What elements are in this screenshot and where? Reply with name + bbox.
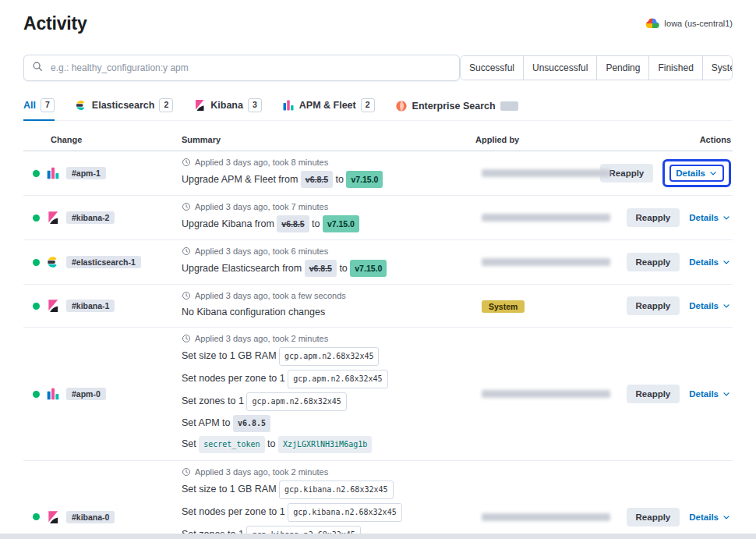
summary-cell: Applied 3 days ago, took 7 minutesUpgrad… — [175, 196, 475, 239]
tab-bar: All7Elasticsearch2Kibana3APM & Fleet2Ent… — [23, 98, 733, 121]
chevron-down-icon — [722, 301, 731, 310]
filter-label: System — [712, 62, 733, 73]
tab-all[interactable]: All7 — [23, 98, 55, 121]
code-badge: XzjLGXRlNH3iM6ag1b — [278, 436, 372, 453]
highlight-annotation: Details — [662, 159, 731, 187]
applied-by-cell — [475, 214, 635, 222]
filter-unsuccessful[interactable]: Unsuccessful — [523, 56, 596, 80]
old-version-badge: v6.8.5 — [305, 260, 337, 277]
redacted-user — [482, 390, 610, 398]
apm-icon — [282, 99, 295, 112]
version-badge: v6.8.5 — [233, 415, 270, 432]
clock-icon — [182, 158, 191, 167]
change-cell: #apm-0 — [23, 387, 175, 401]
change-id-badge: #kibana-2 — [66, 211, 115, 224]
reapply-button[interactable]: Reapply — [627, 385, 680, 403]
filter-successful[interactable]: Successful — [461, 56, 523, 80]
tab-kibana[interactable]: Kibana3 — [193, 98, 262, 121]
change-cell: #kibana-1 — [23, 299, 175, 313]
status-dot — [33, 303, 40, 310]
reapply-button[interactable]: Reapply — [627, 296, 680, 315]
config-value-badge: gcp.kibana.n2.68x32x45 — [279, 480, 393, 499]
filter-system[interactable]: System — [702, 56, 733, 80]
actions-cell: ReapplyDetails — [635, 296, 733, 315]
details-button[interactable]: Details — [669, 165, 724, 182]
summary-cell: Applied 3 days ago, took 8 minutesUpgrad… — [175, 151, 475, 195]
change-cell: #kibana-0 — [23, 510, 175, 524]
details-button[interactable]: Details — [689, 301, 731, 310]
search-input[interactable] — [49, 62, 451, 74]
details-label: Details — [689, 389, 719, 399]
change-id-badge: #apm-0 — [66, 388, 106, 400]
applied-by-cell — [475, 258, 635, 266]
summary-cell: Applied 3 days ago, took 2 minutesSet si… — [175, 328, 475, 460]
filter-group: SuccessfulUnsuccessfulPendingFinishedSys… — [460, 55, 733, 80]
page-title: Activity — [23, 12, 87, 34]
change-cell: #apm-1 — [23, 166, 175, 180]
summary-text: Set — [182, 438, 199, 449]
applied-meta-text: Applied 3 days ago, took 7 minutes — [195, 202, 328, 211]
filter-pending[interactable]: Pending — [596, 56, 648, 80]
tab-label: Elasticsearch — [92, 100, 155, 111]
chevron-down-icon — [722, 213, 731, 222]
summary-text: Upgrade Elasticsearch from — [182, 263, 305, 274]
chevron-down-icon — [722, 257, 731, 267]
config-value-badge: gcp.apm.n2.68x32x45 — [246, 392, 346, 411]
reapply-button[interactable]: Reapply — [627, 208, 680, 227]
applied-meta-text: Applied 3 days ago, took a few seconds — [195, 291, 346, 300]
applied-by-cell — [475, 513, 635, 521]
summary-line: Upgrade APM & Fleet from v6.8.5 to v7.15… — [182, 171, 475, 188]
details-button[interactable]: Details — [689, 213, 731, 222]
reapply-button[interactable]: Reapply — [627, 508, 680, 527]
old-version-badge: v6.8.5 — [277, 215, 309, 232]
kibana-icon — [46, 299, 60, 313]
column-header-change: Change — [23, 135, 175, 144]
clock-icon — [182, 202, 191, 211]
summary-line: No Kibana configuration changes — [182, 304, 475, 320]
filter-finished[interactable]: Finished — [648, 56, 701, 80]
summary-text: to — [265, 438, 278, 449]
summary-line: Set APM to v6.8.5 — [182, 415, 475, 432]
column-header-summary: Summary — [175, 135, 475, 144]
old-version-badge: v6.8.5 — [301, 171, 333, 188]
filter-label: Pending — [606, 62, 640, 73]
details-button[interactable]: Details — [689, 389, 731, 399]
summary-line: Set secret_token to XzjLGXRlNH3iM6ag1b — [182, 436, 475, 453]
applied-meta-text: Applied 3 days ago, took 8 minutes — [195, 158, 328, 167]
filter-label: Finished — [658, 62, 693, 73]
details-button[interactable]: Details — [689, 512, 731, 522]
summary-line: Set nodes per zone to 1 gcp.kibana.n2.68… — [182, 503, 475, 522]
tab-count-placeholder — [500, 101, 518, 111]
chevron-down-icon — [708, 168, 718, 178]
tab-label: APM & Fleet — [299, 100, 356, 111]
tab-enterprise-search[interactable]: Enterprise Search — [395, 100, 518, 121]
tab-apm-fleet[interactable]: APM & Fleet2 — [282, 98, 375, 121]
details-label: Details — [689, 512, 719, 522]
tab-elasticsearch[interactable]: Elasticsearch2 — [75, 98, 173, 121]
kibana-icon — [46, 211, 60, 225]
tab-label: Kibana — [210, 100, 243, 111]
tab-count-badge: 3 — [248, 98, 262, 112]
new-version-badge: v7.15.0 — [323, 215, 359, 232]
change-id-badge: #elasticsearch-1 — [66, 256, 141, 268]
actions-cell: ReapplyDetails — [635, 508, 733, 527]
redacted-user — [482, 513, 610, 521]
details-button[interactable]: Details — [689, 257, 731, 267]
table-header: Change Summary Applied by Actions — [23, 129, 733, 151]
summary-line: Upgrade Elasticsearch from v6.8.5 to v7.… — [182, 260, 475, 277]
status-dot — [33, 513, 40, 520]
applied-meta: Applied 3 days ago, took 8 minutes — [182, 158, 475, 167]
status-dot — [33, 170, 40, 177]
tab-label: All — [23, 100, 36, 111]
apm-icon — [46, 166, 60, 180]
activity-row: #apm-1Applied 3 days ago, took 8 minutes… — [23, 151, 733, 196]
status-dot — [33, 259, 40, 266]
reapply-button[interactable]: Reapply — [627, 253, 680, 271]
clock-icon — [182, 246, 191, 256]
summary-text: Set size to 1 GB RAM — [182, 484, 279, 495]
column-header-actions: Actions — [635, 135, 733, 144]
tab-count-badge: 2 — [361, 98, 375, 112]
summary-text: No Kibana configuration changes — [182, 307, 325, 317]
activity-row: #kibana-2Applied 3 days ago, took 7 minu… — [23, 196, 733, 240]
summary-line: Set zones to 1 gcp.apm.n2.68x32x45 — [182, 392, 475, 411]
